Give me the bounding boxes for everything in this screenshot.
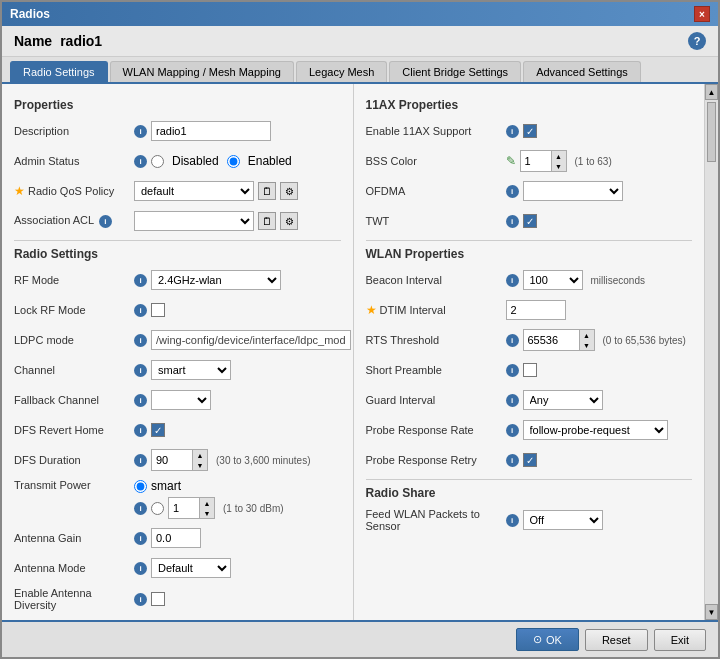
assoc-acl-edit-icon[interactable]: 🗒 xyxy=(258,212,276,230)
beacon-interval-select[interactable]: 100 xyxy=(523,270,583,290)
enable-11ax-info-icon[interactable]: i xyxy=(506,125,519,138)
ldpc-input[interactable] xyxy=(151,330,351,350)
lock-rf-checkbox[interactable] xyxy=(151,303,165,317)
tab-radio-settings[interactable]: Radio Settings xyxy=(10,61,108,82)
fallback-channel-select[interactable] xyxy=(151,390,211,410)
tab-wlan-mapping[interactable]: WLAN Mapping / Mesh Mapping xyxy=(110,61,294,82)
ldpc-info-icon[interactable]: i xyxy=(134,334,147,347)
rts-info-icon[interactable]: i xyxy=(506,334,519,347)
beacon-interval-info-icon[interactable]: i xyxy=(506,274,519,287)
transmit-arrows: ▲ ▼ xyxy=(199,498,214,518)
scrollbar-thumb[interactable] xyxy=(707,102,716,162)
bss-color-down[interactable]: ▼ xyxy=(552,161,566,171)
radio-qos-edit-icon[interactable]: 🗒 xyxy=(258,182,276,200)
scrollbar-up-button[interactable]: ▲ xyxy=(705,84,718,100)
tab-advanced-settings[interactable]: Advanced Settings xyxy=(523,61,641,82)
scrollbar-down-button[interactable]: ▼ xyxy=(705,604,718,620)
rf-mode-info-icon[interactable]: i xyxy=(134,274,147,287)
dfs-revert-checkbox[interactable]: ✓ xyxy=(151,423,165,437)
dfs-duration-up[interactable]: ▲ xyxy=(193,450,207,460)
close-button[interactable]: × xyxy=(694,6,710,22)
dfs-duration-input[interactable] xyxy=(152,450,192,470)
probe-response-retry-value: i ✓ xyxy=(506,453,693,467)
rf-mode-select[interactable]: 2.4GHz-wlan xyxy=(151,270,281,290)
exit-button[interactable]: Exit xyxy=(654,629,706,651)
bss-color-arrows: ▲ ▼ xyxy=(551,151,566,171)
short-preamble-info-icon[interactable]: i xyxy=(506,364,519,377)
antenna-diversity-checkbox[interactable] xyxy=(151,592,165,606)
tab-legacy-mesh[interactable]: Legacy Mesh xyxy=(296,61,387,82)
dtim-input[interactable] xyxy=(506,300,566,320)
probe-response-rate-select[interactable]: follow-probe-request xyxy=(523,420,668,440)
probe-response-retry-checkbox[interactable]: ✓ xyxy=(523,453,537,467)
channel-info-icon[interactable]: i xyxy=(134,364,147,377)
guard-interval-field-row: Guard Interval i Any xyxy=(366,389,693,411)
feed-wlan-value: i Off xyxy=(506,510,693,530)
transmit-spinner: ▲ ▼ xyxy=(168,497,215,519)
transmit-input[interactable] xyxy=(169,498,199,518)
transmit-up[interactable]: ▲ xyxy=(200,498,214,508)
divider-2 xyxy=(366,240,693,241)
ok-button[interactable]: ⊙ OK xyxy=(516,628,579,651)
rts-up[interactable]: ▲ xyxy=(580,330,594,340)
feed-wlan-info-icon[interactable]: i xyxy=(506,514,519,527)
antenna-diversity-info-icon[interactable]: i xyxy=(134,593,147,606)
assoc-acl-settings-icon[interactable]: ⚙ xyxy=(280,212,298,230)
help-icon[interactable]: ? xyxy=(688,32,706,50)
beacon-interval-value: i 100 milliseconds xyxy=(506,270,693,290)
divider-3 xyxy=(366,479,693,480)
transmit-smart-radio[interactable] xyxy=(134,480,147,493)
feed-wlan-select[interactable]: Off xyxy=(523,510,603,530)
twt-value: i ✓ xyxy=(506,214,693,228)
guard-interval-info-icon[interactable]: i xyxy=(506,394,519,407)
bss-color-field-row: BSS Color ✎ ▲ ▼ (1 to 63) xyxy=(366,150,693,172)
transmit-manual-radio[interactable] xyxy=(151,502,164,515)
scrollbar: ▲ ▼ xyxy=(704,84,718,620)
bss-color-input[interactable] xyxy=(521,151,551,171)
reset-button[interactable]: Reset xyxy=(585,629,648,651)
dfs-duration-down[interactable]: ▼ xyxy=(193,460,207,470)
transmit-info-icon[interactable]: i xyxy=(134,502,147,515)
ofdma-info-icon[interactable]: i xyxy=(506,185,519,198)
transmit-down[interactable]: ▼ xyxy=(200,508,214,518)
rts-down[interactable]: ▼ xyxy=(580,340,594,350)
admin-status-info-icon[interactable]: i xyxy=(134,155,147,168)
guard-interval-label: Guard Interval xyxy=(366,394,506,406)
antenna-mode-info-icon[interactable]: i xyxy=(134,562,147,575)
fallback-channel-info-icon[interactable]: i xyxy=(134,394,147,407)
dfs-revert-info-icon[interactable]: i xyxy=(134,424,147,437)
assoc-acl-info-icon[interactable]: i xyxy=(99,215,112,228)
short-preamble-label: Short Preamble xyxy=(366,364,506,376)
probe-response-rate-value: i follow-probe-request xyxy=(506,420,693,440)
twt-info-icon[interactable]: i xyxy=(506,215,519,228)
name-label: Name xyxy=(14,33,52,49)
twt-checkbox[interactable]: ✓ xyxy=(523,214,537,228)
rts-input[interactable] xyxy=(524,330,579,350)
short-preamble-checkbox[interactable] xyxy=(523,363,537,377)
bss-color-up[interactable]: ▲ xyxy=(552,151,566,161)
guard-interval-select[interactable]: Any xyxy=(523,390,603,410)
description-input[interactable] xyxy=(151,121,271,141)
dfs-duration-info-icon[interactable]: i xyxy=(134,454,147,467)
lock-rf-info-icon[interactable]: i xyxy=(134,304,147,317)
fallback-channel-field-row: Fallback Channel i xyxy=(14,389,341,411)
transmit-smart-label: smart xyxy=(151,479,181,493)
ofdma-select[interactable] xyxy=(523,181,623,201)
bss-color-spinner: ▲ ▼ xyxy=(520,150,567,172)
probe-response-retry-info-icon[interactable]: i xyxy=(506,454,519,467)
tab-client-bridge[interactable]: Client Bridge Settings xyxy=(389,61,521,82)
probe-response-rate-info-icon[interactable]: i xyxy=(506,424,519,437)
antenna-gain-info-icon[interactable]: i xyxy=(134,532,147,545)
radio-qos-settings-icon[interactable]: ⚙ xyxy=(280,182,298,200)
channel-select[interactable]: smart xyxy=(151,360,231,380)
enable-11ax-checkbox[interactable]: ✓ xyxy=(523,124,537,138)
description-info-icon[interactable]: i xyxy=(134,125,147,138)
admin-status-enabled-radio[interactable] xyxy=(227,155,240,168)
admin-status-radio-group: Disabled Enabled xyxy=(151,154,292,168)
properties-section-title: Properties xyxy=(14,98,341,112)
antenna-gain-input[interactable] xyxy=(151,528,201,548)
antenna-mode-select[interactable]: Default xyxy=(151,558,231,578)
assoc-acl-select[interactable] xyxy=(134,211,254,231)
radio-qos-select[interactable]: default xyxy=(134,181,254,201)
admin-status-disabled-radio[interactable] xyxy=(151,155,164,168)
